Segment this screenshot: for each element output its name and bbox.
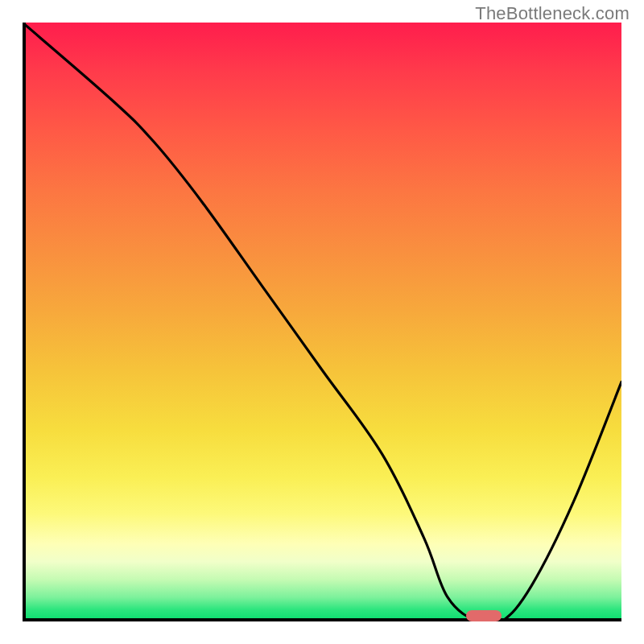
bottleneck-curve — [23, 23, 621, 621]
chart-container: TheBottleneck.com — [0, 0, 644, 644]
optimal-marker — [466, 610, 502, 621]
watermark-text: TheBottleneck.com — [475, 3, 630, 24]
plot-frame — [23, 23, 621, 621]
